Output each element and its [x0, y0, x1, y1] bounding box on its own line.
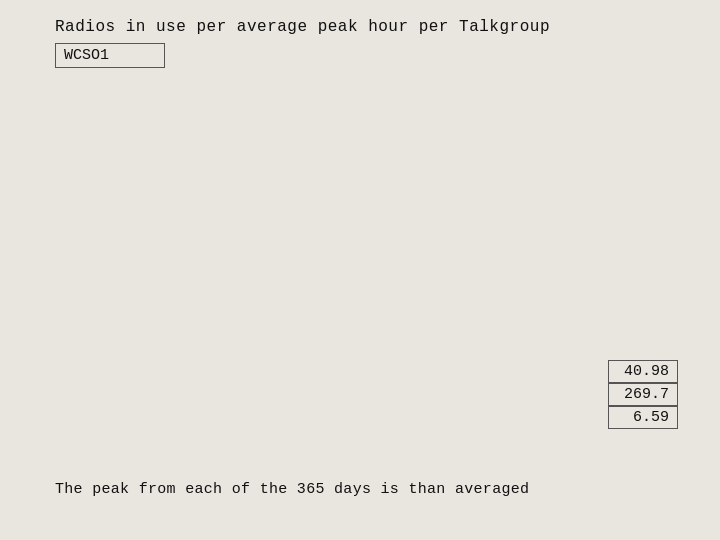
stats-container: 40.98 269.7 6.59: [608, 360, 678, 429]
page-title: Radios in use per average peak hour per …: [55, 18, 550, 36]
stat-value-3: 6.59: [608, 406, 678, 429]
footer-description: The peak from each of the 365 days is th…: [55, 481, 529, 498]
stat-value-1: 40.98: [608, 360, 678, 383]
talkgroup-label[interactable]: WCSO1: [55, 43, 165, 68]
stat-value-2: 269.7: [608, 383, 678, 406]
